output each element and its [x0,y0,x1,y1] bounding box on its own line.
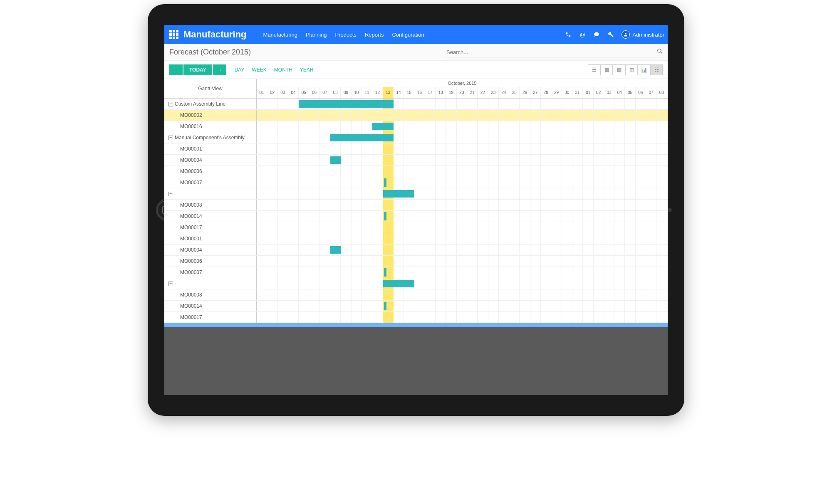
row-label: MO00016 [164,121,257,132]
view-kanban-icon[interactable]: ▦ [600,64,613,75]
row-timeline [257,177,668,188]
collapse-icon[interactable]: − [168,282,173,286]
row-label-text: - [175,191,176,197]
day-col: 29 [551,87,562,98]
row-label-text: MO00002 [180,112,202,118]
month-header: October, 2015 [257,79,668,87]
today-button[interactable]: TODAY [183,64,212,75]
apps-grid-icon[interactable] [168,28,180,41]
gantt-row[interactable]: −Manual Component's Assembly [164,132,668,143]
nav-products[interactable]: Products [335,32,357,38]
row-label-text: Manual Component's Assembly [175,135,245,141]
gantt-row[interactable]: MO00001 [164,143,668,155]
app-window: Manufacturing Manufacturing Planning Pro… [164,25,668,327]
user-menu[interactable]: Administrator [622,30,664,39]
row-label-text: MO00017 [180,225,202,230]
search-icon[interactable] [657,48,663,56]
gantt-row[interactable]: MO00007 [164,177,668,188]
gantt-bar[interactable] [330,246,341,254]
row-timeline [257,312,668,323]
prev-button[interactable]: ← [169,64,183,75]
gantt-row[interactable]: MO00002 [164,110,668,121]
phone-icon[interactable] [565,31,572,38]
gantt-bar[interactable] [384,268,386,277]
range-month[interactable]: MONTH [274,67,292,73]
gantt-bar[interactable] [372,123,394,130]
collapse-icon[interactable]: − [168,192,173,196]
row-label-text: MO00004 [180,157,202,163]
gantt-row[interactable]: MO00004 [164,245,668,256]
view-gantt-icon[interactable]: ☷ [650,64,663,75]
row-label: MO00006 [164,256,257,267]
gantt-row[interactable]: −- [164,278,668,289]
collapse-icon[interactable]: − [168,136,173,140]
day-col: 06 [636,87,646,98]
row-label-text: MO00004 [180,247,202,253]
gantt-row[interactable]: MO00008 [164,289,668,301]
gantt-bar[interactable] [330,156,341,164]
view-pivot-icon[interactable]: ▥ [625,64,638,75]
range-day[interactable]: DAY [235,67,245,73]
gantt-left-panel: Gantt View [164,79,257,98]
gantt-bar[interactable] [384,302,386,310]
row-label: −Custom Assembly Line [164,99,257,109]
row-label: MO00014 [164,301,257,311]
gantt-row[interactable]: MO00017 [164,222,668,233]
gantt-row[interactable]: −Custom Assembly Line [164,99,668,110]
nav-planning[interactable]: Planning [306,32,327,38]
gantt-bar[interactable] [384,178,386,187]
tools-icon[interactable] [607,31,614,38]
at-icon[interactable]: @ [579,31,586,38]
gantt-row[interactable]: MO00007 [164,267,668,278]
svg-point-1 [658,49,661,52]
row-timeline [257,289,668,300]
gantt-row[interactable]: MO00008 [164,200,668,211]
row-timeline [257,110,668,121]
gantt-row[interactable]: MO00004 [164,155,668,166]
gantt-row[interactable]: −- [164,188,668,200]
gantt-bar[interactable] [299,100,394,108]
day-col: 12 [372,87,383,98]
day-col: 23 [488,87,499,98]
gantt-bar[interactable] [330,134,394,141]
range-year[interactable]: YEAR [300,67,314,73]
gantt-row[interactable]: MO00016 [164,121,668,132]
day-col: 17 [425,87,436,98]
gantt-right-panel: October, 2015 01020304050607080910111213… [257,79,668,98]
range-week[interactable]: WEEK [252,67,266,73]
view-list-icon[interactable]: ☰ [588,64,600,75]
view-graph-icon[interactable]: 📊 [638,64,650,75]
gantt-row[interactable]: MO00006 [164,256,668,267]
gantt-row[interactable]: MO00014 [164,211,668,222]
gantt-row[interactable]: MO00014 [164,301,668,312]
next-button[interactable]: → [213,64,226,75]
screen: Manufacturing Manufacturing Planning Pro… [164,25,668,395]
gantt-bar[interactable] [384,212,386,220]
nav-configuration[interactable]: Configuration [392,32,424,38]
bottom-strip [164,323,668,327]
row-label-text: Custom Assembly Line [175,101,225,107]
row-timeline [257,301,668,311]
gantt-bar[interactable] [383,190,415,198]
view-calendar-icon[interactable]: ▤ [613,64,625,75]
day-col: 28 [541,87,551,98]
gantt-row[interactable]: MO00017 [164,312,668,323]
row-timeline [257,278,668,289]
row-timeline [257,188,668,199]
nav-reports[interactable]: Reports [365,32,384,38]
controls-bar: ← TODAY → DAY WEEK MONTH YEAR ☰ ▦ ▤ ▥ 📊 … [164,61,668,79]
chat-icon[interactable] [593,31,600,38]
search-input[interactable] [446,47,657,57]
row-timeline [257,233,668,244]
gantt-bar[interactable] [383,280,415,287]
row-label: MO00014 [164,211,257,222]
row-label: MO00004 [164,155,257,166]
row-label-text: MO00001 [180,236,202,242]
gantt-row[interactable]: MO00001 [164,233,668,245]
nav-manufacturing[interactable]: Manufacturing [263,32,297,38]
gantt-row[interactable]: MO00006 [164,166,668,177]
day-col: 03 [278,87,288,98]
collapse-icon[interactable]: − [168,102,173,106]
row-label: MO00017 [164,312,257,323]
day-col: 05 [625,87,635,98]
